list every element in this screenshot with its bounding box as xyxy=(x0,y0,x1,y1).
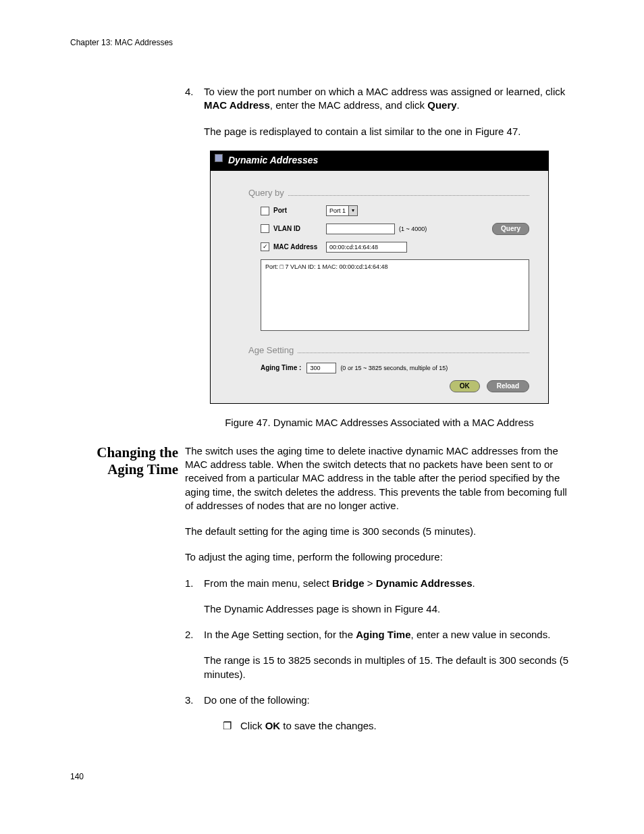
step-3-bullet: ❐ Click OK to save the changes. xyxy=(223,719,574,733)
vlan-input[interactable] xyxy=(326,224,395,234)
step-1-followup: The Dynamic Addresses page is shown in F… xyxy=(204,602,574,616)
query-by-group: Query by xyxy=(248,187,529,199)
row-aging-time: Aging Time : 300 (0 or 15 ~ 3825 seconds… xyxy=(261,363,529,373)
aging-para1: The switch uses the aging time to delete… xyxy=(185,444,574,513)
age-setting-group: Age Setting xyxy=(248,344,529,357)
aging-time-hint: (0 or 15 ~ 3825 seconds, multiple of 15) xyxy=(340,364,448,372)
row-port: Port Port 1 ▾ xyxy=(261,205,529,216)
step-1-line: From the main menu, select Bridge > Dyna… xyxy=(204,577,574,590)
step-1: 1. From the main menu, select Bridge > D… xyxy=(185,577,574,617)
figure-47: Dynamic Addresses Query by Port Port 1 ▾ xyxy=(210,151,549,404)
step-2-followup: The range is 15 to 3825 seconds in multi… xyxy=(204,654,574,681)
list-marker: 4. xyxy=(185,85,204,138)
vlan-range: (1 ~ 4000) xyxy=(399,225,427,233)
aging-para2: The default setting for the aging time i… xyxy=(185,525,574,538)
reload-button[interactable]: Reload xyxy=(487,380,529,392)
query-button[interactable]: Query xyxy=(492,223,529,235)
aging-time-input[interactable]: 300 xyxy=(306,363,336,373)
page-number: 140 xyxy=(70,772,574,781)
step-4: 4. To view the port number on which a MA… xyxy=(185,85,574,138)
step-3: 3. Do one of the following: ❐ Click OK t… xyxy=(185,694,574,733)
label-mac: MAC Address xyxy=(273,242,326,252)
aging-para3: To adjust the aging time, perform the fo… xyxy=(185,550,574,564)
checkbox-mac[interactable] xyxy=(261,242,269,251)
checkbox-vlan[interactable] xyxy=(261,224,269,233)
window-titlebar: Dynamic Addresses xyxy=(211,151,548,171)
window-icon xyxy=(215,154,223,162)
section-heading: Changing the Aging Time xyxy=(70,444,178,478)
step-4-para2: The page is redisplayed to contain a lis… xyxy=(204,125,574,138)
window-title: Dynamic Addresses xyxy=(228,155,318,165)
row-mac: MAC Address 00:00:cd:14:64:48 xyxy=(261,242,529,253)
step-2: 2. In the Age Setting section, for the A… xyxy=(185,628,574,681)
bullet-icon: ❐ xyxy=(223,719,240,733)
mac-input[interactable]: 00:00:cd:14:64:48 xyxy=(326,242,407,253)
list-marker: 2. xyxy=(185,628,204,681)
label-aging-time: Aging Time : xyxy=(261,363,301,373)
ok-button[interactable]: OK xyxy=(450,380,480,392)
label-port: Port xyxy=(273,206,326,215)
list-marker: 3. xyxy=(185,694,204,733)
step-2-line: In the Age Setting section, for the Agin… xyxy=(204,628,574,642)
step-4-para1: To view the port number on which a MAC a… xyxy=(204,85,574,113)
list-marker: 1. xyxy=(185,577,204,617)
figure-caption: Figure 47. Dynamic MAC Addresses Associa… xyxy=(185,416,574,429)
result-line: Port: □ 7 VLAN ID: 1 MAC: 00:00:cd:14:64… xyxy=(265,263,525,271)
port-select[interactable]: Port 1 ▾ xyxy=(326,205,358,216)
row-vlan: VLAN ID (1 ~ 4000) Query xyxy=(261,223,529,235)
checkbox-port[interactable] xyxy=(261,207,269,215)
chevron-down-icon: ▾ xyxy=(348,206,357,215)
chapter-header: Chapter 13: MAC Addresses xyxy=(70,38,574,47)
label-vlan: VLAN ID xyxy=(273,224,326,234)
step-3-line: Do one of the following: xyxy=(204,694,574,707)
results-box: Port: □ 7 VLAN ID: 1 MAC: 00:00:cd:14:64… xyxy=(261,259,529,331)
